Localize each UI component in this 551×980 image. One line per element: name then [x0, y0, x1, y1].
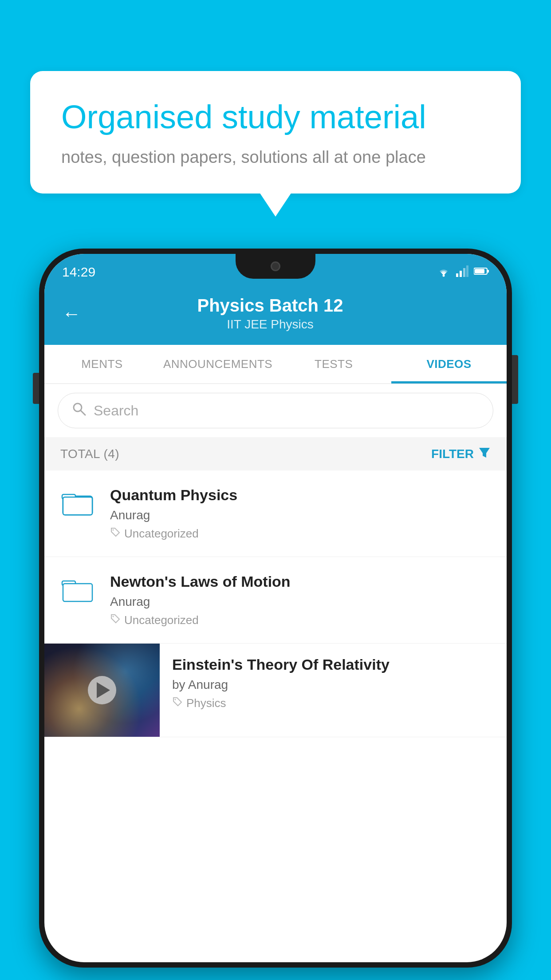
video-icon-container: [58, 573, 98, 603]
tag-icon: [110, 613, 121, 627]
svg-rect-7: [475, 269, 484, 273]
folder-icon: [61, 488, 94, 517]
svg-point-15: [113, 530, 114, 531]
speech-bubble-container: Organised study material notes, question…: [30, 71, 521, 194]
video-thumbnail: [44, 644, 160, 737]
video-info: Einstein's Theory Of Relativity by Anura…: [160, 644, 507, 723]
video-tag: Physics: [172, 696, 495, 710]
video-author: by Anurag: [172, 678, 495, 692]
folder-icon: [61, 575, 94, 603]
tab-ments[interactable]: MENTS: [44, 345, 160, 383]
wifi-icon: [437, 265, 451, 279]
video-icon-container: [58, 486, 98, 517]
speech-bubble: Organised study material notes, question…: [30, 71, 521, 194]
svg-rect-1: [456, 273, 458, 277]
svg-line-9: [81, 411, 85, 415]
play-button[interactable]: [88, 676, 116, 704]
list-item[interactable]: Einstein's Theory Of Relativity by Anura…: [44, 644, 507, 737]
speech-bubble-title: Organised study material: [61, 98, 490, 137]
svg-point-18: [113, 616, 114, 617]
svg-marker-10: [479, 448, 490, 458]
video-title: Einstein's Theory Of Relativity: [172, 656, 495, 673]
phone-mockup: 14:29: [39, 249, 512, 968]
video-author: Anurag: [110, 595, 493, 609]
tag-icon: [110, 527, 121, 541]
svg-rect-2: [460, 271, 462, 277]
svg-rect-14: [63, 497, 92, 515]
phone-outer: 14:29: [39, 249, 512, 968]
status-icons: [437, 265, 489, 279]
filter-label: FILTER: [431, 447, 474, 461]
search-container: Search: [44, 384, 507, 437]
svg-rect-3: [463, 268, 465, 277]
filter-button[interactable]: FILTER: [431, 446, 491, 462]
video-title: Quantum Physics: [110, 486, 493, 504]
phone-screen: 14:29: [44, 254, 507, 962]
search-input[interactable]: Search: [94, 403, 138, 419]
tab-bar: MENTS ANNOUNCEMENTS TESTS VIDEOS: [44, 345, 507, 384]
tab-tests[interactable]: TESTS: [276, 345, 391, 383]
status-time: 14:29: [62, 265, 95, 280]
search-bar[interactable]: Search: [58, 393, 493, 428]
svg-rect-6: [487, 270, 489, 273]
tag-icon: [172, 696, 183, 710]
battery-icon: [474, 267, 489, 277]
front-camera: [271, 261, 280, 271]
list-item[interactable]: Quantum Physics Anurag Uncategorized: [44, 470, 507, 557]
video-author: Anurag: [110, 508, 493, 522]
video-info: Quantum Physics Anurag Uncategorized: [110, 486, 493, 541]
tab-announcements[interactable]: ANNOUNCEMENTS: [160, 345, 276, 383]
tab-videos[interactable]: VIDEOS: [391, 345, 507, 383]
search-icon: [71, 401, 87, 420]
header-subtitle: IIT JEE Physics: [91, 317, 449, 332]
back-button[interactable]: ←: [62, 303, 81, 324]
total-count: TOTAL (4): [60, 447, 119, 461]
svg-point-0: [443, 275, 445, 277]
video-list: Quantum Physics Anurag Uncategorized: [44, 470, 507, 737]
svg-rect-4: [466, 265, 468, 277]
filter-bar: TOTAL (4) FILTER: [44, 437, 507, 470]
list-item[interactable]: Newton's Laws of Motion Anurag Uncategor…: [44, 557, 507, 644]
speech-bubble-subtitle: notes, question papers, solutions all at…: [61, 148, 490, 167]
filter-icon: [478, 446, 491, 462]
signal-icon: [456, 265, 468, 279]
header-title: Physics Batch 12: [91, 296, 449, 316]
video-title: Newton's Laws of Motion: [110, 573, 493, 590]
svg-rect-17: [63, 584, 92, 601]
app-header: ← Physics Batch 12 IIT JEE Physics: [44, 287, 507, 345]
volume-button: [33, 373, 39, 404]
svg-point-19: [175, 699, 176, 700]
play-icon: [97, 682, 110, 698]
header-title-group: Physics Batch 12 IIT JEE Physics: [91, 296, 449, 332]
phone-notch: [236, 254, 315, 279]
video-tag: Uncategorized: [110, 527, 493, 541]
video-tag: Uncategorized: [110, 613, 493, 627]
video-info: Newton's Laws of Motion Anurag Uncategor…: [110, 573, 493, 627]
power-button: [512, 355, 518, 404]
